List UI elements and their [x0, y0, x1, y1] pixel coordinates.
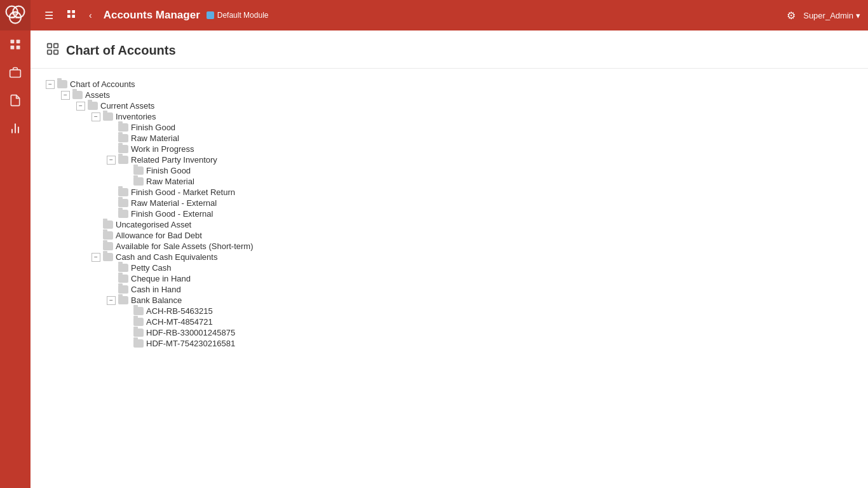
user-menu-button[interactable]: Super_Admin ▾ [803, 11, 860, 20]
toggle-current-assets[interactable]: − [76, 102, 85, 111]
back-button[interactable]: ‹ [83, 6, 98, 24]
folder-icon [57, 80, 67, 88]
tree-row[interactable]: HDF-MT-754230216581 [46, 338, 853, 349]
tree-label: Bank Balance [131, 295, 182, 305]
tree-label: Petty Cash [131, 263, 172, 273]
tree-row[interactable]: Finish Good - External [46, 208, 853, 219]
tree-label: HDF-MT-754230216581 [146, 339, 235, 348]
tree-label: Raw Material - External [131, 198, 217, 208]
tree-row[interactable]: Cheque in Hand [46, 273, 853, 284]
svg-text:SERIES: SERIES [11, 17, 20, 19]
logo-svg: RED SERIES [4, 4, 27, 27]
tree-label: ACH-RB-5463215 [146, 306, 213, 316]
tree-row[interactable]: − Assets [46, 90, 853, 100]
toggle-related-party[interactable]: − [107, 156, 116, 165]
folder-icon [118, 145, 128, 153]
toggle-root[interactable]: − [46, 80, 55, 89]
tree-label: Assets [85, 90, 110, 100]
tree-row[interactable]: Finish Good [46, 165, 853, 176]
tree-label: Available for Sale Assets (Short-term) [116, 241, 254, 251]
sidebar-item-dashboard[interactable] [0, 30, 31, 58]
svg-rect-15 [67, 15, 71, 18]
toggle-cash[interactable]: − [92, 253, 100, 262]
tree-row[interactable]: Cash in Hand [46, 284, 853, 295]
svg-rect-9 [10, 70, 21, 78]
tree-label: Allowance for Bad Debt [116, 231, 202, 240]
sidebar: RED SERIES [0, 0, 31, 488]
folder-icon [118, 264, 128, 272]
tree-row[interactable]: ACH-RB-5463215 [46, 306, 853, 316]
tree-label: Chart of Accounts [70, 79, 135, 89]
tree-container[interactable]: − Chart of Accounts − Assets − Current A… [31, 69, 868, 488]
tree-row[interactable]: − Cash and Cash Equivalents [46, 252, 853, 262]
folder-icon [133, 318, 144, 326]
tree-label: Uncategorised Asset [116, 220, 191, 229]
tree-row[interactable]: Uncategorised Asset [46, 219, 853, 230]
folder-icon [133, 177, 144, 186]
svg-rect-19 [48, 50, 51, 54]
tree-label: Finish Good [146, 166, 191, 175]
tree-row[interactable]: Available for Sale Assets (Short-term) [46, 241, 853, 252]
settings-icon[interactable]: ⚙ [787, 10, 796, 22]
tree-row[interactable]: Work in Progress [46, 144, 853, 154]
sidebar-item-chart[interactable] [0, 114, 31, 142]
topbar-right: ⚙ Super_Admin ▾ [787, 10, 860, 22]
folder-icon [118, 274, 128, 283]
svg-rect-18 [54, 44, 58, 48]
svg-rect-5 [11, 40, 15, 44]
folder-icon [118, 134, 128, 142]
tree-row[interactable]: − Inventories [46, 111, 853, 122]
tree-row[interactable]: Finish Good [46, 122, 853, 133]
menu-button[interactable]: ☰ [38, 6, 60, 25]
tree-row[interactable]: − Related Party Inventory [46, 154, 853, 165]
tree-row[interactable]: − Chart of Accounts [46, 79, 853, 90]
tree-label: Finish Good [131, 123, 175, 132]
toggle-assets[interactable]: − [61, 91, 70, 100]
app-title: Accounts Manager [104, 9, 200, 22]
svg-text:RED: RED [12, 12, 18, 15]
tree-row[interactable]: HDF-RB-330001245875 [46, 327, 853, 338]
tree-label: Raw Material [146, 177, 194, 186]
tree-label: Work in Progress [131, 144, 194, 154]
folder-icon [88, 102, 98, 110]
folder-icon [118, 188, 128, 196]
tree-label: HDF-RB-330001245875 [146, 328, 235, 337]
tree-row[interactable]: − Bank Balance [46, 295, 853, 306]
tree-label: Finish Good - Market Return [131, 187, 235, 197]
svg-rect-13 [67, 10, 71, 13]
folder-icon [118, 156, 128, 164]
user-name: Super_Admin [803, 11, 853, 20]
tree-row[interactable]: Finish Good - Market Return [46, 187, 853, 198]
sidebar-item-document[interactable] [0, 86, 31, 114]
page-header-icon [46, 42, 60, 59]
tree-label: Inventories [116, 112, 156, 121]
toggle-bank[interactable]: − [107, 296, 116, 305]
toggle-inventories[interactable]: − [92, 112, 100, 121]
folder-icon [103, 253, 113, 261]
tree-row[interactable]: Petty Cash [46, 262, 853, 273]
svg-rect-8 [17, 46, 20, 50]
tree-label: ACH-MT-4854721 [146, 317, 213, 327]
folder-icon [72, 91, 83, 99]
svg-rect-7 [11, 46, 15, 50]
folder-icon [103, 112, 113, 121]
sidebar-item-briefcase[interactable] [0, 58, 31, 86]
svg-rect-17 [48, 44, 51, 48]
folder-icon [118, 123, 128, 132]
tree-label: Raw Material [131, 133, 179, 143]
tree-label: Current Assets [100, 101, 154, 111]
grid-button[interactable] [60, 5, 83, 25]
tree-row[interactable]: Raw Material [46, 176, 853, 187]
tree-row[interactable]: Raw Material - External [46, 198, 853, 208]
folder-icon [133, 329, 144, 337]
tree-row[interactable]: Raw Material [46, 133, 853, 144]
tree-row[interactable]: Allowance for Bad Debt [46, 230, 853, 241]
tree-row[interactable]: ACH-MT-4854721 [46, 316, 853, 327]
folder-icon [118, 210, 128, 218]
user-dropdown-icon: ▾ [856, 11, 860, 20]
app-logo[interactable]: RED SERIES [0, 0, 31, 30]
tree-row[interactable]: − Current Assets [46, 100, 853, 111]
folder-icon [118, 199, 128, 207]
folder-icon [133, 339, 144, 348]
folder-icon [118, 285, 128, 294]
